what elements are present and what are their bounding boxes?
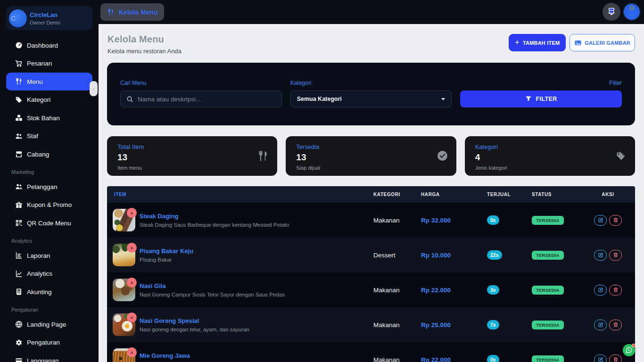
steak-daging-photo: ×: [113, 209, 135, 231]
search-input[interactable]: Nama atau deskripsi...: [120, 90, 282, 107]
whatsapp-icon: [625, 346, 633, 354]
delete-item-button[interactable]: [609, 354, 622, 362]
status-badge: TERSEDIA: [532, 355, 564, 362]
report-icon: [15, 252, 23, 259]
delete-item-button[interactable]: [609, 285, 622, 296]
bell-icon: [606, 7, 617, 17]
image-icon: [574, 39, 582, 47]
whatsapp-fab[interactable]: [623, 344, 635, 356]
sidebar-item-pesanan[interactable]: Pesanan: [6, 55, 92, 73]
category-select[interactable]: Semua Kategori: [290, 90, 452, 107]
table-row: × Pisang Bakar Keju Pisang Bakar Dessert…: [107, 238, 635, 272]
utensils-icon: [257, 150, 269, 162]
utensils-icon: [15, 78, 23, 85]
users-icon: [15, 132, 23, 140]
sidebar-item-label: Akunting: [27, 288, 52, 296]
sidebar-item-kupon-promo[interactable]: Kupon & Promo: [6, 196, 92, 214]
card-icon: [15, 357, 23, 362]
store-icon: [15, 150, 23, 158]
stat-label: Total Item: [117, 143, 267, 150]
sidebar-item-label: Menu: [27, 78, 43, 85]
sidebar-item-label: QR Code Menu: [27, 220, 71, 227]
delete-item-button[interactable]: [609, 250, 622, 261]
gallery-button[interactable]: GALERI GAMBAR: [570, 34, 635, 51]
remove-image-button[interactable]: ×: [127, 347, 137, 357]
brand-card[interactable]: C CircleLan Owner Demo: [6, 6, 92, 30]
sidebar-item-langganan[interactable]: Langganan: [6, 352, 92, 362]
stat-card-tersedia: Tersedia 13 Siap dijual: [286, 136, 456, 176]
remove-image-button[interactable]: ×: [127, 313, 137, 322]
notifications-button[interactable]: [603, 3, 620, 21]
delete-item-button[interactable]: [609, 215, 622, 226]
edit-item-button[interactable]: [594, 354, 607, 362]
stat-value: 13: [296, 152, 446, 163]
edit-item-button[interactable]: [594, 215, 607, 226]
utensils-icon: [107, 8, 115, 16]
sidebar-collapse-button[interactable]: ‹: [90, 81, 98, 96]
sidebar-item-label: Laporan: [27, 252, 50, 259]
sidebar-item-pengaturan[interactable]: Pengaturan: [6, 334, 92, 352]
table-row: × Nasi Gila Nasi Goreng Campur Sosis Tel…: [107, 272, 635, 307]
stat-caption: Item menu: [117, 165, 267, 171]
item-price: Rp 22.000: [421, 356, 451, 362]
sidebar-item-analytics[interactable]: Analytics: [6, 265, 92, 283]
brand-name: CircleLan: [30, 11, 60, 18]
chart-icon: [15, 270, 23, 278]
main-content: Kelola Menu Kelola menu restoran Anda +T…: [99, 24, 644, 362]
sidebar-item-menu[interactable]: Menu: [6, 73, 92, 90]
sidebar-item-dashboard[interactable]: Dashboard: [6, 36, 92, 54]
sidebar-item-label: Cabang: [27, 151, 49, 158]
edit-item-button[interactable]: [594, 320, 607, 330]
sidebar-item-pelanggan[interactable]: Pelanggan: [6, 178, 92, 196]
gear-icon: [15, 339, 23, 346]
sidebar-item-qr-code-menu[interactable]: QR Code Menu: [6, 214, 92, 232]
sidebar-item-staf[interactable]: Staf: [6, 127, 92, 145]
add-item-button[interactable]: +TAMBAH ITEM: [509, 34, 566, 51]
sidebar-item-label: Langganan: [27, 357, 59, 362]
sold-badge: 3x: [487, 285, 499, 295]
sidebar: C CircleLan Owner Demo DashboardPesananM…: [0, 0, 99, 362]
topbar-title-pill: Kelola Menu: [100, 3, 164, 21]
sidebar-item-cabang[interactable]: Cabang: [6, 145, 92, 163]
category-value: Semua Kategori: [297, 96, 342, 102]
filter-button[interactable]: FILTER: [460, 90, 622, 107]
sidebar-item-label: Kategori: [27, 96, 50, 103]
nav-section-label: Pengaturan: [11, 307, 92, 313]
col-terjual: TERJUAL: [487, 192, 532, 197]
sidebar-item-stok-bahan[interactable]: Stok Bahan: [6, 109, 92, 127]
sold-badge: 7x: [487, 320, 499, 329]
sidebar-item-akunting[interactable]: Akunting: [6, 283, 92, 301]
topbar: Kelola Menu O: [99, 0, 644, 24]
filter-label: Filter: [460, 80, 622, 86]
sold-badge: 0x: [487, 355, 499, 362]
delete-item-button[interactable]: [609, 320, 622, 330]
sidebar-item-kategori[interactable]: Kategori: [6, 91, 92, 109]
sidebar-nav: DashboardPesananMenuKategoriStok BahanSt…: [6, 36, 92, 362]
status-badge: TERSEDIA: [532, 216, 564, 225]
filter-card: Cari Menu Nama atau deskripsi... Kategor…: [107, 63, 635, 125]
sold-badge: 0x: [487, 215, 499, 225]
edit-item-button[interactable]: [594, 250, 607, 261]
item-category: Makanan: [373, 321, 421, 329]
remove-image-button[interactable]: ×: [127, 243, 137, 253]
sidebar-item-laporan[interactable]: Laporan: [6, 247, 92, 264]
item-name: Pisang Bakar Keju: [140, 247, 193, 255]
sidebar-item-label: Landing Page: [27, 321, 66, 328]
remove-image-button[interactable]: ×: [127, 208, 137, 218]
edit-item-button[interactable]: [594, 285, 607, 296]
col-status: STATUS: [532, 192, 581, 197]
item-category: Dessert: [373, 252, 421, 259]
user-avatar[interactable]: O: [623, 3, 641, 21]
remove-image-button[interactable]: ×: [127, 278, 137, 288]
search-label: Cari Menu: [120, 80, 282, 86]
sold-badge: 22x: [487, 250, 502, 260]
item-description: Nasi goreng dengan telur, ayam, dan sayu…: [140, 327, 249, 332]
item-category: Makanan: [373, 217, 421, 224]
sidebar-item-label: Pelanggan: [27, 183, 58, 190]
nav-section-label: Marketing: [11, 169, 92, 175]
sidebar-item-landing-page[interactable]: Landing Page: [6, 315, 92, 333]
brand-role: Owner Demo: [30, 20, 60, 25]
sidebar-item-label: Analytics: [27, 270, 52, 277]
tags-icon: [615, 150, 627, 162]
item-name: Steak Daging: [140, 213, 289, 220]
